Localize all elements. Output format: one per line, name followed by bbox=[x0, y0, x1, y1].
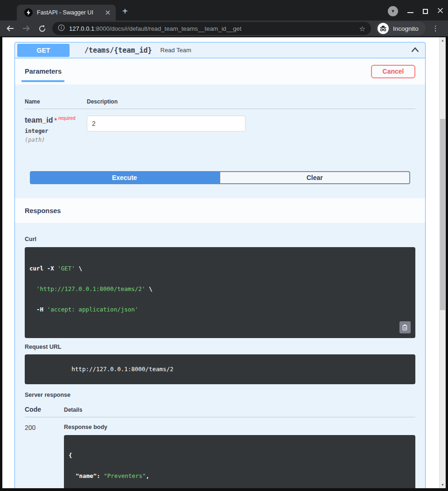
request-url-block: http://127.0.0.1:8000/teams/2 bbox=[25, 354, 415, 384]
url-host: 127.0.0.1 bbox=[69, 25, 94, 32]
browser-window: FastAPI - Swagger UI + ▼ bbox=[0, 0, 448, 491]
curl-line: 'http://127.0.0.1:8000/teams/2' \ bbox=[29, 286, 411, 293]
scroll-up-icon[interactable]: ▲ bbox=[440, 37, 446, 44]
browser-tab[interactable]: FastAPI - Swagger UI bbox=[17, 5, 116, 21]
curl-cont: \ bbox=[75, 265, 82, 272]
server-response-row: 200 Response body { "name": "Preventers"… bbox=[25, 417, 415, 488]
col-description-header: Description bbox=[87, 98, 118, 105]
new-tab-button[interactable]: + bbox=[122, 7, 128, 16]
details-column-header: Details bbox=[64, 407, 82, 413]
curl-url: 'http://127.0.0.1:8000/teams/2' bbox=[36, 285, 145, 292]
json-colon: : bbox=[97, 472, 104, 479]
json-string-value: "Preventers" bbox=[104, 472, 146, 479]
col-name-header: Name bbox=[25, 98, 87, 105]
execute-bar: Execute Clear bbox=[30, 171, 410, 184]
responses-section-header: Responses bbox=[15, 198, 425, 223]
parameter-row: team_id*required integer (path) bbox=[25, 109, 415, 143]
fastapi-favicon-icon bbox=[24, 8, 33, 17]
curl-header-flag: -H bbox=[29, 306, 47, 313]
forward-icon[interactable] bbox=[21, 25, 32, 32]
endpoint-summary: Read Team bbox=[161, 47, 411, 54]
response-body-block: { "name": "Preventers", "headquarters": … bbox=[64, 435, 415, 488]
json-line: "name": "Preventers", bbox=[69, 473, 411, 480]
parameters-table-head: Name Description bbox=[25, 98, 415, 109]
operation-block: GET /teams/{team_id} Read Team Parameter… bbox=[14, 42, 426, 488]
bookmark-star-icon[interactable]: ☆ bbox=[359, 25, 365, 32]
curl-command-block: curl -X 'GET' \ 'http://127.0.0.1:8000/t… bbox=[25, 247, 415, 338]
incognito-icon bbox=[378, 23, 389, 34]
url-path: :8000/docs#/default/read_team_teams__tea… bbox=[94, 25, 241, 32]
reload-icon[interactable] bbox=[36, 25, 48, 33]
execute-button[interactable]: Execute bbox=[30, 171, 219, 184]
tab-strip: FastAPI - Swagger UI + ▼ bbox=[0, 0, 448, 21]
code-column-header: Code bbox=[25, 406, 64, 413]
curl-indent bbox=[29, 285, 36, 292]
incognito-badge: Incognito bbox=[376, 21, 426, 35]
collapse-chevron-icon[interactable] bbox=[411, 46, 420, 55]
incognito-label: Incognito bbox=[393, 25, 419, 32]
scrollbar-thumb[interactable] bbox=[440, 119, 445, 310]
parameters-title: Parameters bbox=[25, 68, 62, 75]
request-url-value: http://127.0.0.1:8000/teams/2 bbox=[71, 366, 173, 373]
page-scrollbar[interactable]: ▲ ▼ bbox=[439, 37, 446, 488]
request-url-label: Request URL bbox=[25, 344, 415, 350]
curl-cmd: curl -X bbox=[29, 265, 57, 272]
window-controls: ▼ bbox=[388, 6, 443, 16]
required-label: required bbox=[58, 116, 76, 121]
page-content-area: GET /teams/{team_id} Read Team Parameter… bbox=[2, 36, 446, 488]
parameter-location: (path) bbox=[25, 137, 87, 143]
parameter-type: integer bbox=[25, 128, 87, 134]
http-method-badge: GET bbox=[17, 44, 70, 57]
parameter-name: team_id bbox=[25, 116, 53, 124]
curl-cont: \ bbox=[145, 285, 152, 292]
parameters-body: Name Description team_id*required intege… bbox=[15, 84, 425, 198]
site-info-icon[interactable] bbox=[58, 24, 65, 33]
server-response-table-head: Code Details bbox=[25, 406, 415, 417]
parameter-meta: team_id*required integer (path) bbox=[25, 116, 87, 143]
close-window-button[interactable] bbox=[437, 7, 443, 15]
response-details-cell: Response body { "name": "Preventers", "h… bbox=[64, 424, 415, 488]
curl-accept: 'accept: application/json' bbox=[47, 306, 139, 313]
json-open-brace: { bbox=[69, 452, 72, 459]
curl-label: Curl bbox=[25, 236, 415, 242]
active-tab-underline bbox=[21, 80, 64, 82]
browser-toolbar: 127.0.0.1:8000/docs#/default/read_team_t… bbox=[0, 21, 448, 36]
endpoint-path: /teams/{team_id} bbox=[84, 46, 152, 55]
tab-title: FastAPI - Swagger UI bbox=[37, 9, 100, 16]
response-body-label: Response body bbox=[64, 424, 415, 430]
json-line: { bbox=[69, 452, 411, 459]
browser-menu-icon[interactable]: ⋮ bbox=[432, 24, 439, 33]
parameters-section-header: Parameters Cancel bbox=[15, 58, 425, 84]
cancel-button[interactable]: Cancel bbox=[371, 65, 415, 78]
curl-line: curl -X 'GET' \ bbox=[29, 265, 411, 272]
tab-close-icon[interactable] bbox=[105, 9, 111, 17]
back-icon[interactable] bbox=[5, 25, 16, 32]
maximize-button[interactable] bbox=[423, 9, 428, 14]
json-comma: , bbox=[146, 472, 150, 479]
parameter-value-cell bbox=[87, 116, 245, 143]
scroll-down-icon[interactable]: ▼ bbox=[440, 482, 446, 488]
server-response-label: Server response bbox=[25, 392, 415, 398]
url-bar[interactable]: 127.0.0.1:8000/docs#/default/read_team_t… bbox=[52, 22, 371, 35]
required-star: * bbox=[54, 117, 56, 124]
operation-summary[interactable]: GET /teams/{team_id} Read Team bbox=[15, 42, 425, 58]
json-key: "name" bbox=[69, 472, 97, 479]
curl-method: 'GET' bbox=[57, 265, 75, 272]
responses-title: Responses bbox=[25, 207, 61, 214]
minimize-button[interactable] bbox=[407, 12, 413, 13]
swagger-page: GET /teams/{team_id} Read Team Parameter… bbox=[2, 37, 439, 488]
status-code: 200 bbox=[25, 424, 64, 488]
browser-updates-icon[interactable]: ▼ bbox=[388, 6, 398, 16]
clear-button[interactable]: Clear bbox=[219, 171, 411, 184]
responses-body: Curl curl -X 'GET' \ 'http://127.0.0.1:8… bbox=[15, 223, 425, 488]
copy-curl-button[interactable] bbox=[399, 321, 411, 333]
curl-line: -H 'accept: application/json' bbox=[29, 306, 411, 313]
team-id-input[interactable] bbox=[87, 116, 245, 131]
url-text: 127.0.0.1:8000/docs#/default/read_team_t… bbox=[69, 25, 355, 32]
